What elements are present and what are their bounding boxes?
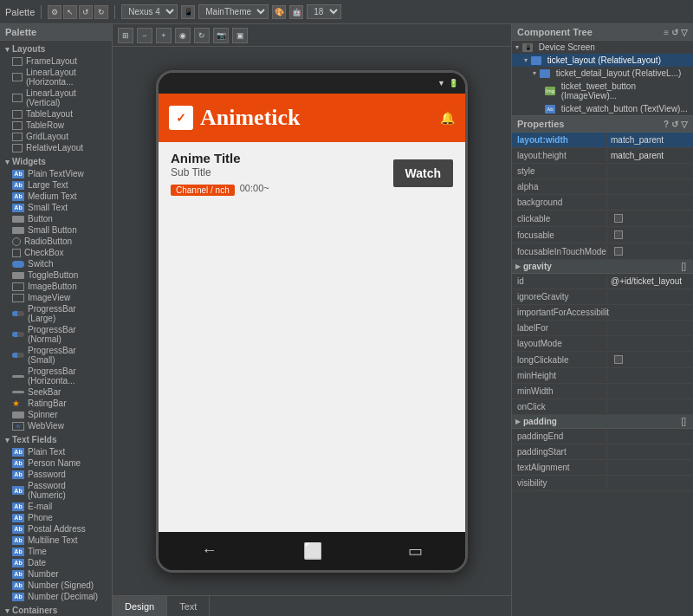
palette-item-number-signed[interactable]: Ab Number (Signed) xyxy=(0,580,112,591)
prop-action-filter[interactable]: ▽ xyxy=(681,120,688,129)
focusable-checkbox[interactable] xyxy=(614,230,623,239)
prop-action-help[interactable]: ? xyxy=(664,120,669,129)
palette-item-medium-text[interactable]: Ab Medium Text xyxy=(0,191,112,202)
prop-value-important-access[interactable] xyxy=(607,311,693,314)
palette-item-radiobutton[interactable]: RadioButton xyxy=(0,236,112,247)
palette-item-checkbox[interactable]: CheckBox xyxy=(0,247,112,258)
prop-group-gravity[interactable]: ▶ gravity [] xyxy=(512,260,693,274)
prop-value-textalignment[interactable] xyxy=(607,466,693,470)
prop-value-layout-height[interactable]: match_parent xyxy=(607,149,693,162)
palette-item-number[interactable]: Ab Number xyxy=(0,568,112,580)
prop-value-ignoregravity[interactable] xyxy=(607,295,693,299)
device-select[interactable]: Nexus 4 xyxy=(121,4,178,19)
prop-value-minwidth[interactable] xyxy=(607,390,693,393)
palette-item-webview[interactable]: W WebView xyxy=(0,420,112,431)
palette-item-relativelayout[interactable]: RelativeLayout xyxy=(0,142,112,153)
palette-item-password[interactable]: Ab Password xyxy=(0,469,112,480)
prop-value-layout-width[interactable]: match_parent xyxy=(607,133,693,146)
palette-item-time[interactable]: Ab Time xyxy=(0,546,112,557)
palette-item-plain-text[interactable]: Ab Plain Text xyxy=(0,446,112,457)
palette-item-spinner[interactable]: Spinner xyxy=(0,409,112,420)
android-icon[interactable]: 🤖 xyxy=(289,5,303,19)
palette-item-togglebutton[interactable]: ToggleButton xyxy=(0,269,112,281)
tree-ticket-detail-layout[interactable]: ▾ ticket_detail_layout (RelativeL...) xyxy=(512,67,693,80)
longclickable-checkbox[interactable] xyxy=(614,355,623,364)
tree-tweet-button[interactable]: Img ticket_tweet_button (ImageView)... xyxy=(512,80,693,102)
layout-bounds-icon[interactable]: ▣ xyxy=(232,28,248,43)
palette-group-containers[interactable]: Containers xyxy=(0,602,112,616)
prop-value-onclick[interactable] xyxy=(607,405,693,409)
refresh-icon[interactable]: ↻ xyxy=(194,28,210,43)
palette-item-imageview[interactable]: ImageView xyxy=(0,292,112,303)
api-select[interactable]: 18 xyxy=(307,4,341,19)
palette-item-tablerow[interactable]: TableRow xyxy=(0,120,112,131)
watch-button[interactable]: Watch xyxy=(393,159,453,187)
clickable-checkbox[interactable] xyxy=(614,214,623,223)
toggle-render-icon[interactable]: ◉ xyxy=(175,28,191,43)
palette-item-number-decimal[interactable]: Ab Number (Decimal) xyxy=(0,591,112,602)
ct-action-settings[interactable]: ↺ xyxy=(671,28,678,37)
palette-item-pb-horiz[interactable]: ProgressBar (Horizonta... xyxy=(0,366,112,386)
palette-item-linearlayout-v[interactable]: LinearLayout (Vertical) xyxy=(0,88,112,108)
palette-item-button[interactable]: Button xyxy=(0,213,112,224)
palette-item-imagebutton[interactable]: ImageButton xyxy=(0,281,112,292)
nav-back-button[interactable]: ← xyxy=(202,541,217,560)
redo-icon[interactable]: ↻ xyxy=(94,5,108,19)
palette-item-pb-small[interactable]: ProgressBar (Small) xyxy=(0,345,112,366)
focusable-touch-checkbox[interactable] xyxy=(614,247,623,256)
palette-item-pb-normal[interactable]: ProgressBar (Normal) xyxy=(0,324,112,345)
palette-item-pb-large[interactable]: ProgressBar (Large) xyxy=(0,303,112,324)
prop-value-alpha[interactable] xyxy=(607,185,693,189)
palette-item-postal[interactable]: Ab Postal Address xyxy=(0,523,112,535)
palette-item-gridlayout[interactable]: GridLayout xyxy=(0,131,112,142)
palette-item-email[interactable]: Ab E-mail xyxy=(0,501,112,512)
palette-item-phone[interactable]: Ab Phone xyxy=(0,512,112,523)
nav-recents-button[interactable]: ▭ xyxy=(408,541,423,561)
palette-group-widgets[interactable]: Widgets xyxy=(0,153,112,168)
theme-select[interactable]: MainTheme xyxy=(198,4,269,19)
ct-action-filter[interactable]: ▽ xyxy=(681,28,688,37)
palette-item-multiline[interactable]: Ab Multiline Text xyxy=(0,535,112,546)
zoom-out-icon[interactable]: − xyxy=(137,28,152,43)
palette-item-small-button[interactable]: Small Button xyxy=(0,224,112,236)
tree-ticket-layout[interactable]: ▾ ticket_layout (RelativeLayout) xyxy=(512,54,693,67)
pointer-icon[interactable]: ↖ xyxy=(63,5,77,19)
prop-action-refresh[interactable]: ↺ xyxy=(671,120,678,129)
ct-action-expand[interactable]: ≡ xyxy=(664,28,669,37)
zoom-fit-icon[interactable]: ⊞ xyxy=(118,28,133,43)
prop-value-background[interactable] xyxy=(607,201,693,204)
palette-item-linearlayout-h[interactable]: LinearLayout (Horizonta... xyxy=(0,67,112,88)
prop-value-style[interactable] xyxy=(607,170,693,173)
tree-watch-button[interactable]: Ab ticket_watch_button (TextView)... xyxy=(512,102,693,115)
palette-item-large-text[interactable]: Ab Large Text xyxy=(0,179,112,191)
palette-item-password-numeric[interactable]: Ab Password (Numeric) xyxy=(0,480,112,501)
theme-icon[interactable]: 🎨 xyxy=(272,5,286,19)
prop-value-paddingend[interactable] xyxy=(607,435,693,438)
tab-design[interactable]: Design xyxy=(113,596,167,616)
palette-item-person-name[interactable]: Ab Person Name xyxy=(0,457,112,469)
palette-item-ratingbar[interactable]: ★ RatingBar xyxy=(0,398,112,409)
palette-item-seekbar[interactable]: SeekBar xyxy=(0,386,112,398)
palette-item-small-text[interactable]: Ab Small Text xyxy=(0,202,112,213)
undo-icon[interactable]: ↺ xyxy=(79,5,93,19)
nav-home-button[interactable]: ⬜ xyxy=(303,541,322,561)
prop-group-padding[interactable]: ▶ padding [] xyxy=(512,415,693,429)
prop-value-id[interactable]: @+id/ticket_layout xyxy=(607,275,693,288)
palette-item-tablelayout[interactable]: TableLayout xyxy=(0,108,112,120)
device-icon[interactable]: 📱 xyxy=(181,5,195,19)
prop-value-minheight[interactable] xyxy=(607,374,693,378)
gear-icon[interactable]: ⚙ xyxy=(48,5,62,19)
tree-device-screen[interactable]: ▾ 📱 Device Screen xyxy=(512,41,693,54)
prop-value-layoutmode[interactable] xyxy=(607,342,693,346)
palette-item-date[interactable]: Ab Date xyxy=(0,557,112,568)
prop-value-paddingstart[interactable] xyxy=(607,451,693,454)
palette-group-layouts[interactable]: Layouts xyxy=(0,41,112,55)
palette-item-switch[interactable]: Switch xyxy=(0,258,112,269)
prop-value-visibility[interactable] xyxy=(607,482,693,485)
screenshot-icon[interactable]: 📷 xyxy=(213,28,229,43)
tab-text[interactable]: Text xyxy=(167,596,210,616)
prop-value-labelfor[interactable] xyxy=(607,327,693,330)
palette-group-textfields[interactable]: Text Fields xyxy=(0,431,112,446)
palette-item-plain-textview[interactable]: Ab Plain TextView xyxy=(0,168,112,179)
zoom-in-icon[interactable]: + xyxy=(156,28,172,43)
